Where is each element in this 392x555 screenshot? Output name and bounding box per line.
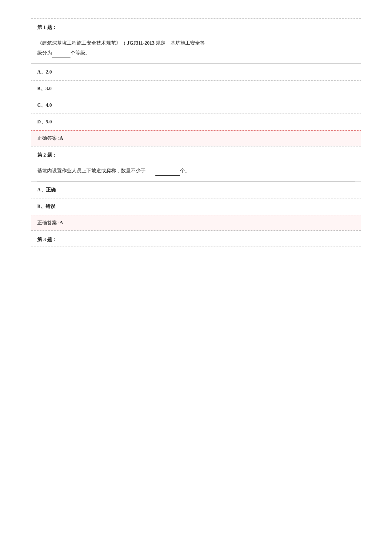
- question-2-header: 第 2 题：: [31, 146, 361, 162]
- question-2-block: 第 2 题： 基坑内设置作业人员上下坡道或爬梯，数量不少于 个。 A、正确 B、…: [31, 146, 361, 231]
- question-2-answer: 正确答案 :A: [31, 215, 361, 230]
- option-2-a[interactable]: A、正确: [31, 182, 361, 198]
- option-1-a-text: 2.0: [46, 69, 52, 74]
- option-2-a-text: 正确: [46, 187, 56, 192]
- question-2-number: 第 2 题：: [37, 152, 57, 158]
- option-1-c-sep: 、: [41, 102, 46, 108]
- option-1-a[interactable]: A、2.0: [31, 64, 361, 81]
- question-1-blank: [52, 52, 70, 58]
- option-1-c-label: C: [37, 102, 41, 108]
- option-1-c-text: 4.0: [46, 102, 52, 108]
- option-1-d-text: 5.0: [46, 119, 52, 124]
- option-1-d[interactable]: D、5.0: [31, 114, 361, 130]
- question-2-text-1: 基坑内设置作业人员上下坡道或爬梯，数量不少于: [37, 168, 155, 173]
- question-1-answer: 正确答案 :A: [31, 130, 361, 146]
- question-3-block: 第 3 题：: [31, 231, 361, 246]
- option-1-c[interactable]: C、4.0: [31, 97, 361, 114]
- question-1-text-2: 规定，基坑施工安全等: [154, 40, 205, 46]
- question-1-text-3: 级分为: [37, 50, 52, 55]
- option-2-a-sep: 、: [41, 187, 46, 192]
- option-1-a-label: A: [37, 69, 41, 74]
- question-1-header: 第 1 题：: [31, 19, 361, 34]
- question-2-options: A、正确 B、错误: [31, 182, 361, 215]
- option-1-a-sep: 、: [41, 69, 46, 74]
- option-1-b[interactable]: B、3.0: [31, 81, 361, 97]
- option-2-a-label: A: [37, 187, 41, 192]
- question-2-answer-label: 正确答案 :: [37, 220, 59, 225]
- option-2-b[interactable]: B、错误: [31, 198, 361, 215]
- question-3-number: 第 3 题：: [37, 237, 57, 242]
- question-1-options: A、2.0 B、3.0 C、4.0 D、5.0: [31, 64, 361, 130]
- option-2-b-label: B: [37, 204, 41, 209]
- question-1-block: 第 1 题： 《建筑深基坑工程施工安全技术规范》（ JGJ311-2013 规定…: [31, 18, 361, 146]
- option-2-b-sep: 、: [41, 204, 46, 209]
- question-1-answer-value: A: [59, 135, 63, 141]
- question-2-blank: [155, 170, 180, 176]
- question-2-body: 基坑内设置作业人员上下坡道或爬梯，数量不少于 个。: [31, 162, 361, 182]
- question-1-answer-label: 正确答案 :: [37, 135, 59, 141]
- question-2-text-2: 个。: [180, 168, 190, 173]
- option-1-d-sep: 、: [41, 119, 46, 124]
- question-1-number: 第 1 题：: [37, 25, 57, 30]
- option-1-b-label: B: [37, 86, 41, 91]
- option-1-d-label: D: [37, 119, 41, 124]
- question-1-text-4: 个等级。: [70, 50, 90, 55]
- option-1-b-text: 3.0: [46, 86, 52, 91]
- option-1-b-sep: 、: [41, 86, 46, 91]
- question-3-header: 第 3 题：: [31, 231, 361, 246]
- question-1-body: 《建筑深基坑工程施工安全技术规范》（ JGJ311-2013 规定，基坑施工安全…: [31, 34, 361, 64]
- question-1-text-1: 《建筑深基坑工程施工安全技术规范》（: [37, 40, 127, 46]
- question-1-standard: JGJ311-2013: [127, 40, 154, 46]
- option-2-b-text: 错误: [46, 204, 55, 209]
- question-2-answer-value: A: [59, 220, 63, 225]
